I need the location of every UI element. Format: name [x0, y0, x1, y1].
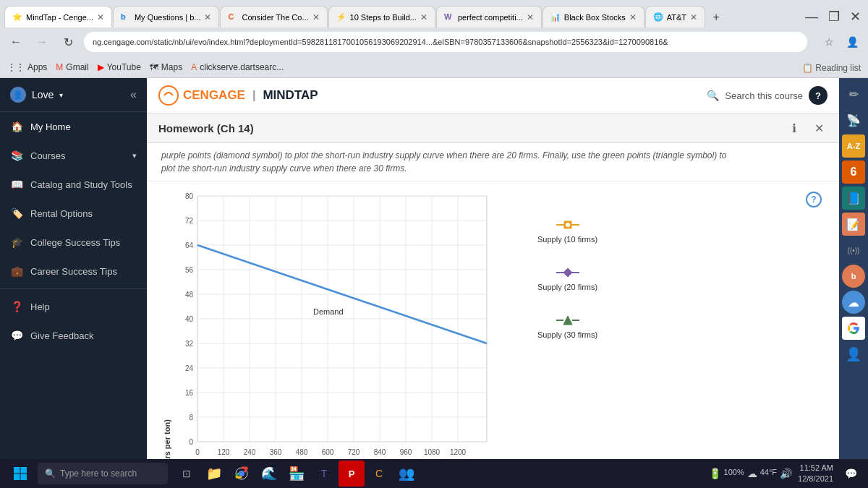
sidebar-item-career[interactable]: 💼 Career Success Tips — [0, 257, 147, 286]
reload-button[interactable]: ↻ — [58, 32, 78, 52]
sidebar-item-catalog[interactable]: 📖 Catalog and Study Tools — [0, 170, 147, 199]
tab-blackbox[interactable]: 📊 Black Box Stocks ✕ — [542, 6, 644, 27]
tab-close-blackbox[interactable]: ✕ — [629, 12, 637, 22]
pencil-button[interactable]: ✏ — [842, 82, 865, 106]
sidebar-item-my-home[interactable]: 🏠 My Home — [0, 112, 147, 141]
question-text: purple points (diamond symbol) to plot t… — [147, 143, 839, 181]
chart-svg: 0 8 16 24 32 40 48 56 64 72 80 0 120 240… — [161, 189, 516, 478]
bookmark-maps[interactable]: 🗺 Maps — [150, 62, 182, 72]
tab-perfectcompet[interactable]: W perfect competiti... ✕ — [436, 6, 542, 27]
bookmark-apps[interactable]: ⋮⋮ Apps — [7, 62, 47, 72]
chart-legend: Supply (10 firms) Supply (20 firms) — [523, 189, 605, 339]
question-text-part1: purple points (diamond symbol) to plot t… — [161, 150, 726, 160]
start-button[interactable] — [6, 459, 35, 488]
profile-icon[interactable]: 👤 — [842, 32, 862, 52]
maps-icon: 🗺 — [150, 62, 158, 72]
tab-close-myquestions[interactable]: ✕ — [204, 12, 211, 22]
taskbar-search-box[interactable]: 🔍 Type here to search — [38, 463, 168, 484]
orange-button[interactable]: 6 — [842, 160, 865, 184]
info-button[interactable]: ℹ — [786, 119, 803, 137]
svg-rect-61 — [14, 467, 20, 474]
bookmark-gmail[interactable]: M Gmail — [56, 62, 88, 72]
sidebar-collapse-button[interactable]: « — [130, 88, 137, 101]
sidebar-item-label-my-home: My Home — [30, 121, 71, 132]
edge-button[interactable]: 🌊 — [256, 461, 282, 487]
svg-text:1200: 1200 — [450, 448, 467, 456]
notepad-button[interactable]: 📝 — [842, 213, 865, 236]
close-homework-button[interactable]: ✕ — [810, 119, 827, 137]
svg-rect-63 — [14, 474, 20, 481]
teams-button[interactable]: T — [311, 461, 337, 487]
tray-icons: 🔋 100% ☁ 44°F 🔊 — [709, 468, 793, 479]
sidebar-item-courses[interactable]: 📚 Courses ▾ — [0, 141, 147, 170]
tab-close-consider[interactable]: ✕ — [312, 12, 320, 22]
az-button[interactable]: A-Z — [842, 134, 865, 158]
sidebar-item-help[interactable]: ❓ Help — [0, 292, 147, 321]
svg-rect-64 — [21, 474, 27, 481]
forward-button[interactable]: → — [32, 32, 52, 52]
svg-text:56: 56 — [185, 266, 194, 274]
help-button[interactable]: ? — [809, 86, 827, 105]
book-button[interactable]: 📘 — [842, 187, 865, 210]
tab-close-mindtap[interactable]: ✕ — [97, 12, 104, 22]
svg-text:0: 0 — [195, 448, 200, 456]
cloud-button[interactable]: ☁ — [842, 291, 865, 314]
tab-favicon-atnt: 🌐 — [653, 12, 663, 22]
bookmark-star-icon[interactable]: ☆ — [819, 32, 839, 52]
rss-button[interactable]: 📡 — [842, 108, 865, 132]
tab-atnt[interactable]: 🌐 AT&T ✕ — [645, 6, 705, 27]
tab-myquestions[interactable]: b My Questions | b... ✕ — [113, 6, 220, 27]
time-display: 11:52 AM 12/8/2021 — [798, 463, 833, 485]
svg-text:960: 960 — [400, 448, 412, 456]
svg-text:240: 240 — [244, 448, 256, 456]
svg-text:80: 80 — [185, 192, 194, 200]
google-button[interactable] — [842, 317, 865, 340]
chrome-button[interactable] — [229, 461, 255, 487]
search-label: Search this course — [725, 90, 803, 101]
svg-text:16: 16 — [185, 389, 194, 397]
sidebar-header: 👤 Love ▾ « — [0, 78, 147, 112]
tab-close-10steps[interactable]: ✕ — [420, 12, 427, 22]
home-icon: 🏠 — [10, 120, 23, 133]
close-button[interactable]: ✕ — [847, 6, 864, 27]
task-mgr-button[interactable]: P — [339, 461, 365, 487]
tab-label-consider: Consider The Co... — [242, 13, 308, 22]
chart-help-button[interactable]: ? — [806, 192, 822, 207]
file-explorer-button[interactable]: 📁 — [201, 461, 227, 487]
sidebar-item-rental[interactable]: 🏷️ Rental Options — [0, 199, 147, 228]
sidebar-user-button[interactable]: 👤 Love ▾ — [10, 87, 63, 103]
tab-close-atnt[interactable]: ✕ — [690, 12, 697, 22]
person-button[interactable]: 👤 — [842, 343, 865, 366]
user-avatar: 👤 — [10, 87, 26, 103]
homework-bar: Homework (Ch 14) ℹ ✕ — [147, 114, 839, 143]
benge-button[interactable]: b — [842, 265, 865, 288]
supply-20-symbol — [556, 265, 579, 280]
chevron-right-icon: ▾ — [132, 151, 137, 160]
address-input[interactable]: ng.cengage.com/static/nb/ui/evo/index.ht… — [84, 32, 807, 52]
sidebar-item-feedback[interactable]: 💬 Give Feedback — [0, 321, 147, 350]
teams2-button[interactable]: 👥 — [393, 461, 420, 487]
svg-text:120: 120 — [218, 448, 230, 456]
sidebar-item-label-catalog: Catalog and Study Tools — [30, 179, 132, 190]
tab-label-10steps: 10 Steps to Build... — [350, 13, 417, 22]
reading-list-btn[interactable]: 📋 Reading list — [802, 61, 861, 74]
bookmark-dart[interactable]: A clickserve.dartsearc... — [191, 62, 284, 72]
minimize-button[interactable]: — — [802, 7, 821, 27]
back-button[interactable]: ← — [6, 32, 26, 52]
bookmark-youtube[interactable]: ▶ YouTube — [98, 62, 141, 72]
restore-button[interactable]: ❐ — [825, 6, 843, 27]
tab-close-perfectcompet[interactable]: ✕ — [527, 12, 534, 22]
tab-10steps[interactable]: ⚡ 10 Steps to Build... ✕ — [328, 6, 435, 27]
store-button[interactable]: 🏪 — [284, 461, 310, 487]
sidebar-item-college[interactable]: 🎓 College Success Tips — [0, 228, 147, 257]
taskbar-search-icon: 🔍 — [45, 468, 56, 479]
svg-text:64: 64 — [185, 241, 194, 249]
new-tab-button[interactable]: + — [706, 7, 726, 27]
signal-button[interactable]: ((•)) — [842, 239, 865, 262]
tab-consider[interactable]: C Consider The Co... ✕ — [220, 6, 327, 27]
notification-button[interactable]: 💬 — [839, 462, 862, 485]
tab-mindtap[interactable]: ⭐ MindTap - Cenge... ✕ — [4, 6, 112, 27]
task-view-button[interactable]: ⊡ — [174, 461, 200, 487]
orange-app-button[interactable]: C — [366, 461, 392, 487]
svg-text:360: 360 — [270, 448, 282, 456]
